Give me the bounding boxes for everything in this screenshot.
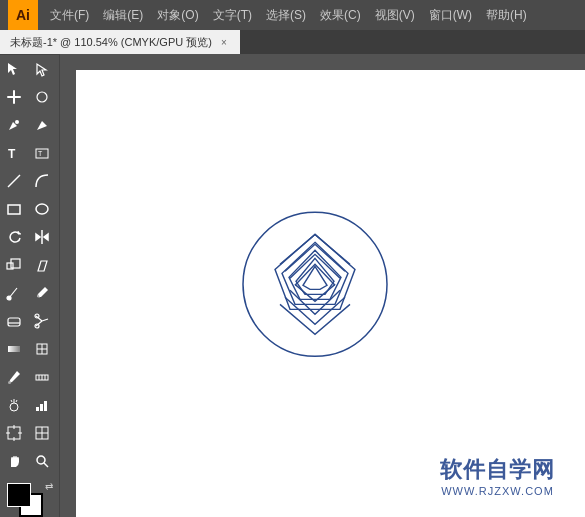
svg-point-26 — [8, 381, 11, 384]
area-type-tool[interactable]: T — [28, 139, 56, 167]
watermark-title: 软件自学网 — [440, 455, 555, 485]
menu-file[interactable]: 文件(F) — [44, 0, 95, 30]
logo-graphic — [235, 204, 395, 367]
pencil-tool[interactable] — [28, 279, 56, 307]
canvas-area: 软件自学网 WWW.RJZXW.COM — [60, 54, 585, 517]
type-tool[interactable]: T — [0, 139, 28, 167]
active-tab[interactable]: 未标题-1* @ 110.54% (CMYK/GPU 预览) × — [0, 30, 240, 54]
svg-marker-54 — [275, 234, 355, 309]
svg-marker-58 — [303, 266, 327, 289]
svg-point-9 — [36, 204, 48, 214]
svg-line-34 — [16, 400, 17, 402]
svg-line-21 — [42, 319, 48, 321]
svg-marker-13 — [38, 261, 47, 271]
tool-row-5 — [0, 167, 59, 195]
svg-text:T: T — [38, 150, 43, 157]
tool-row-6 — [0, 195, 59, 223]
tool-row-2 — [0, 83, 59, 111]
tool-row-11 — [0, 335, 59, 363]
artboard: 软件自学网 WWW.RJZXW.COM — [76, 70, 585, 517]
tool-row-4: T T — [0, 139, 59, 167]
svg-rect-22 — [8, 346, 20, 352]
tool-row-7 — [0, 223, 59, 251]
gradient-tool[interactable] — [0, 335, 28, 363]
svg-rect-15 — [8, 318, 20, 326]
scale-tool[interactable] — [0, 251, 28, 279]
watermark: 软件自学网 WWW.RJZXW.COM — [440, 455, 555, 497]
ellipse-tool[interactable] — [28, 195, 56, 223]
paintbrush-tool[interactable] — [0, 279, 28, 307]
svg-point-31 — [10, 403, 18, 411]
svg-line-33 — [11, 400, 12, 402]
svg-rect-35 — [36, 407, 39, 411]
svg-point-2 — [37, 92, 47, 102]
arc-tool[interactable] — [28, 167, 56, 195]
svg-rect-1 — [13, 90, 15, 104]
eraser-tool[interactable] — [0, 307, 28, 335]
menu-select[interactable]: 选择(S) — [260, 0, 312, 30]
reflect-tool[interactable] — [28, 223, 56, 251]
menu-view[interactable]: 视图(V) — [369, 0, 421, 30]
rotate-tool[interactable] — [0, 223, 28, 251]
main-layout: T T — [0, 54, 585, 517]
tab-bar: 未标题-1* @ 110.54% (CMYK/GPU 预览) × — [0, 30, 585, 54]
rect-tool[interactable] — [0, 195, 28, 223]
tool-row-1 — [0, 55, 59, 83]
color-box: ⇄ — [5, 481, 55, 517]
symbol-sprayer-tool[interactable] — [0, 391, 28, 419]
svg-line-7 — [8, 175, 20, 187]
eyedropper-tool[interactable] — [0, 363, 28, 391]
fill-color[interactable] — [7, 483, 31, 507]
tab-close-button[interactable]: × — [218, 36, 230, 48]
title-bar: Ai 文件(F) 编辑(E) 对象(O) 文字(T) 选择(S) 效果(C) 视… — [0, 0, 585, 30]
bottom-color-area: ⇄ / — [0, 475, 59, 517]
lasso-tool[interactable] — [28, 83, 56, 111]
menu-object[interactable]: 对象(O) — [151, 0, 204, 30]
tab-label: 未标题-1* @ 110.54% (CMYK/GPU 预览) — [10, 35, 212, 50]
tool-row-10 — [0, 307, 59, 335]
scissors-tool[interactable] — [28, 307, 56, 335]
ai-logo: Ai — [8, 0, 38, 30]
toolbar: T T — [0, 54, 60, 517]
slice-tool[interactable] — [28, 419, 56, 447]
direct-selection-tool[interactable] — [28, 55, 56, 83]
mesh-tool[interactable] — [28, 335, 56, 363]
magic-wand-tool[interactable] — [0, 83, 28, 111]
line-tool[interactable] — [0, 167, 28, 195]
tool-row-15 — [0, 447, 59, 475]
pen-tool[interactable] — [0, 111, 28, 139]
swap-colors-button[interactable]: ⇄ — [45, 481, 53, 492]
shear-tool[interactable] — [28, 251, 56, 279]
selection-tool[interactable] — [0, 55, 28, 83]
vertical-ruler — [60, 54, 76, 517]
tool-row-9 — [0, 279, 59, 307]
column-graph-tool[interactable] — [28, 391, 56, 419]
menu-text[interactable]: 文字(T) — [207, 0, 258, 30]
artboard-tool[interactable] — [0, 419, 28, 447]
svg-point-46 — [37, 456, 45, 464]
measure-tool[interactable] — [28, 363, 56, 391]
svg-point-3 — [15, 120, 19, 124]
svg-line-47 — [44, 463, 48, 467]
svg-rect-36 — [40, 404, 43, 411]
hand-tool[interactable] — [0, 447, 28, 475]
svg-rect-51 — [60, 54, 585, 70]
tool-row-3 — [0, 111, 59, 139]
svg-rect-37 — [44, 401, 47, 411]
watermark-url: WWW.RJZXW.COM — [440, 485, 555, 497]
add-anchor-tool[interactable] — [28, 111, 56, 139]
svg-text:T: T — [8, 147, 16, 161]
svg-rect-8 — [8, 205, 20, 214]
zoom-tool[interactable] — [28, 447, 56, 475]
svg-point-14 — [7, 296, 11, 300]
svg-rect-52 — [60, 54, 76, 517]
tool-row-13 — [0, 391, 59, 419]
menu-help[interactable]: 帮助(H) — [480, 0, 533, 30]
menu-effect[interactable]: 效果(C) — [314, 0, 367, 30]
tool-row-14 — [0, 419, 59, 447]
tool-row-8 — [0, 251, 59, 279]
menu-edit[interactable]: 编辑(E) — [97, 0, 149, 30]
menu-bar: 文件(F) 编辑(E) 对象(O) 文字(T) 选择(S) 效果(C) 视图(V… — [44, 0, 533, 30]
tool-row-12 — [0, 363, 59, 391]
menu-window[interactable]: 窗口(W) — [423, 0, 478, 30]
